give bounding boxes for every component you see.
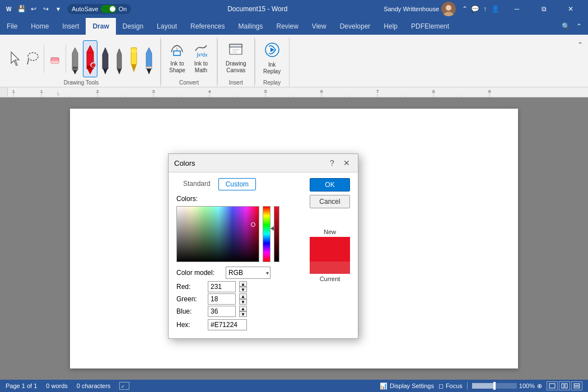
tab-layout[interactable]: Layout: [150, 18, 184, 35]
view-button-3[interactable]: [571, 381, 582, 390]
pen-color-indicator[interactable]: [90, 62, 96, 68]
restore-button[interactable]: ⧉: [531, 0, 557, 18]
svg-text:7: 7: [376, 89, 379, 94]
ribbon-collapse-icon[interactable]: ⌃: [575, 22, 584, 31]
svg-marker-18: [103, 69, 108, 74]
tab-references[interactable]: References: [184, 18, 231, 35]
pen-black-tool[interactable]: [68, 42, 82, 76]
color-model-label: Color model:: [176, 269, 222, 277]
svg-text:9: 9: [488, 89, 491, 94]
ink-to-shape-button[interactable]: Ink toShape: [166, 39, 189, 76]
green-label: Green:: [176, 295, 204, 303]
svg-text:4: 4: [208, 89, 211, 94]
new-color-swatch: [310, 237, 350, 262]
color-model-select-wrapper: RGB RGB HSL ▾: [226, 267, 270, 279]
redo-icon[interactable]: ↪: [41, 4, 50, 13]
tab-help[interactable]: Help: [377, 18, 404, 35]
ribbon-group-insert: DrawingCanvas Insert: [218, 37, 255, 87]
svg-text:5: 5: [264, 89, 267, 94]
tab-draw[interactable]: Draw: [86, 18, 115, 35]
blue-down-button[interactable]: ▼: [239, 311, 247, 317]
zoom-in-button[interactable]: ⊕: [537, 382, 542, 390]
quick-access-dropdown[interactable]: ▾: [54, 4, 63, 13]
ink-to-math-button[interactable]: ∫x²dx Ink toMath: [190, 39, 212, 76]
page-info[interactable]: Page 1 of 1: [6, 382, 37, 389]
autosave-toggle[interactable]: [101, 5, 116, 13]
svg-rect-69: [549, 384, 555, 388]
comments-icon[interactable]: 💬: [470, 4, 479, 13]
ink-to-shape-icon: [169, 42, 185, 59]
tab-view[interactable]: View: [305, 18, 333, 35]
undo-icon[interactable]: ↩: [29, 4, 38, 13]
tab-mailings[interactable]: Mailings: [231, 18, 269, 35]
svg-rect-27: [174, 51, 180, 55]
ok-button[interactable]: OK: [310, 178, 350, 192]
insert-label: Insert: [229, 78, 243, 87]
account-icon[interactable]: 👤: [491, 4, 500, 13]
tab-standard[interactable]: Standard: [176, 178, 217, 190]
tab-custom[interactable]: Custom: [218, 178, 256, 190]
display-settings-button[interactable]: 📊 Display Settings: [380, 382, 434, 390]
lasso-tool[interactable]: [25, 42, 41, 76]
value-slider[interactable]: [274, 206, 279, 262]
pen-pencil-tool[interactable]: [142, 42, 156, 76]
user-avatar[interactable]: [441, 2, 456, 16]
tab-design[interactable]: Design: [116, 18, 150, 35]
new-color-label: New: [310, 228, 350, 235]
eraser-tool[interactable]: [46, 42, 63, 76]
highlighter-tool[interactable]: [127, 42, 141, 76]
zoom-slider[interactable]: [472, 383, 517, 389]
green-down-button[interactable]: ▼: [239, 299, 247, 305]
select-tool[interactable]: [7, 42, 24, 76]
svg-text:L: L: [57, 91, 60, 96]
green-row: Green: ▲ ▼: [176, 293, 350, 305]
ink-replay-button[interactable]: InkReplay: [260, 39, 284, 76]
svg-marker-24: [146, 48, 152, 69]
focus-button[interactable]: ◻ Focus: [438, 382, 463, 390]
window-controls: ⌃ 💬 ↑ 👤: [460, 4, 500, 13]
view-button-1[interactable]: [547, 381, 558, 390]
close-button[interactable]: ✕: [558, 0, 584, 18]
dialog-close-button[interactable]: ✕: [341, 157, 352, 169]
svg-rect-73: [574, 386, 580, 388]
tab-developer[interactable]: Developer: [333, 18, 377, 35]
tab-pdfelement[interactable]: PDFElement: [404, 18, 456, 35]
svg-rect-72: [574, 384, 580, 385]
color-gradient-box[interactable]: [176, 206, 259, 262]
blue-input[interactable]: [208, 306, 236, 317]
tab-file[interactable]: File: [0, 18, 24, 35]
pen-dark-tool[interactable]: [99, 42, 112, 76]
tab-home[interactable]: Home: [24, 18, 55, 35]
share-icon[interactable]: ↑: [480, 4, 489, 13]
ribbon-options-icon[interactable]: ⌃: [460, 4, 469, 13]
pen-red-tool[interactable]: [83, 40, 97, 77]
ruler-horizontal: 1 1 2 3 4 5 6 7 8 9: [8, 87, 588, 97]
hue-slider[interactable]: [263, 206, 270, 262]
pen-thin-tool[interactable]: [113, 42, 125, 76]
ribbon-content: Drawing Tools Ink toShape: [0, 35, 588, 87]
svg-rect-35: [8, 87, 588, 97]
svg-marker-17: [102, 48, 108, 69]
proofing-icon[interactable]: ✓: [119, 382, 129, 390]
ribbon-collapse-button[interactable]: ⌃: [575, 39, 586, 50]
green-input[interactable]: [208, 293, 236, 305]
display-settings-label: Display Settings: [390, 382, 434, 389]
save-icon[interactable]: 💾: [17, 4, 26, 13]
hex-input[interactable]: [208, 319, 247, 330]
user-name: Sandy Writtenhouse: [384, 6, 439, 12]
red-input[interactable]: [208, 281, 236, 292]
blue-up-button[interactable]: ▲: [239, 306, 247, 311]
ribbon-search-icon[interactable]: 🔍: [561, 22, 570, 31]
tab-insert[interactable]: Insert: [55, 18, 86, 35]
status-bar: Page 1 of 1 0 words 0 characters ✓ 📊 Dis…: [0, 380, 588, 392]
dialog-help-button[interactable]: ?: [326, 157, 338, 169]
drawing-canvas-button[interactable]: DrawingCanvas: [222, 39, 250, 76]
red-down-button[interactable]: ▼: [239, 287, 247, 292]
autosave-badge[interactable]: AutoSave On: [67, 4, 131, 14]
green-up-button[interactable]: ▲: [239, 293, 247, 299]
tab-review[interactable]: Review: [270, 18, 305, 35]
minimize-button[interactable]: ─: [504, 0, 530, 18]
cancel-button[interactable]: Cancel: [310, 195, 350, 208]
view-button-2[interactable]: [559, 381, 570, 390]
red-up-button[interactable]: ▲: [239, 281, 247, 287]
